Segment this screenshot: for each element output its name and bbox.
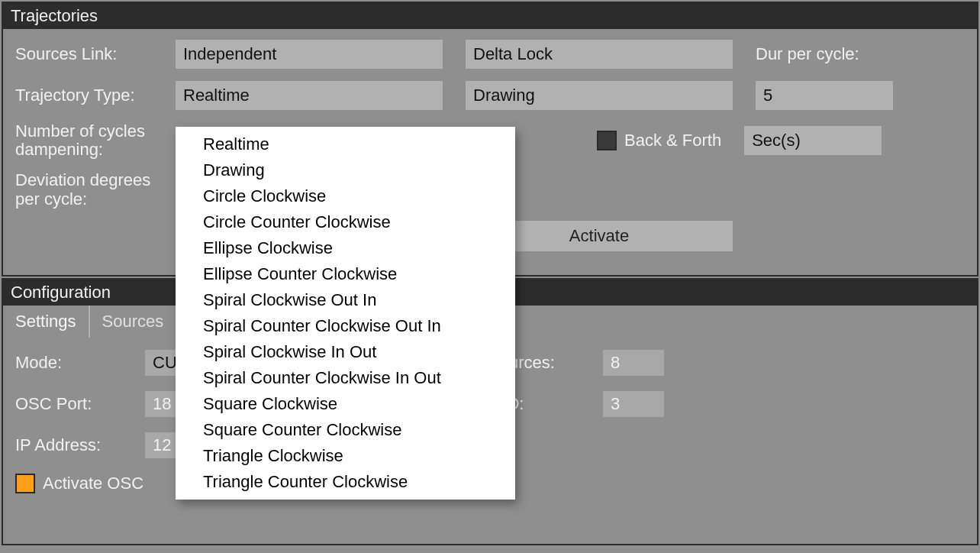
mode-label: Mode:: [15, 353, 145, 373]
trajectory-type-label: Trajectory Type:: [15, 86, 176, 105]
back-forth-checkbox[interactable]: [597, 131, 617, 150]
trajectory-type-select-2[interactable]: Drawing: [466, 81, 733, 110]
deviation-label: Deviation degrees per cycle:: [15, 171, 176, 208]
trajectory-type-option[interactable]: Spiral Counter Clockwise In Out: [176, 365, 515, 391]
sources-link-row: Sources Link: Independent Delta Lock Dur…: [15, 40, 965, 69]
trajectories-title: Trajectories: [3, 3, 977, 29]
back-forth-label: Back & Forth: [624, 131, 721, 150]
trajectory-type-option[interactable]: Circle Clockwise: [176, 183, 515, 209]
trajectory-type-select-1[interactable]: Realtime: [176, 81, 443, 110]
trajectory-type-row: Trajectory Type: Realtime Drawing 5: [15, 81, 965, 110]
tab-sources[interactable]: Sources: [90, 306, 178, 338]
trajectory-type-option[interactable]: Spiral Clockwise In Out: [176, 339, 515, 365]
trajectory-type-option[interactable]: Realtime: [176, 131, 515, 157]
trajectory-type-option[interactable]: Triangle Counter Clockwise: [176, 469, 515, 495]
trajectory-type-dropdown[interactable]: RealtimeDrawingCircle ClockwiseCircle Co…: [176, 127, 515, 500]
back-forth-checkbox-wrap[interactable]: Back & Forth: [597, 131, 721, 150]
sources-link-select-2[interactable]: Delta Lock: [466, 40, 733, 69]
cycles-label: Number of cycles dampening:: [15, 122, 176, 159]
dur-per-cycle-input[interactable]: 5: [756, 81, 893, 110]
sources-link-label: Sources Link:: [15, 45, 176, 63]
trajectory-type-option[interactable]: Ellipse Counter Clockwise: [176, 261, 515, 287]
tab-settings[interactable]: Settings: [3, 306, 90, 338]
trajectory-type-option[interactable]: Square Counter Clockwise: [176, 417, 515, 443]
trajectory-type-option[interactable]: Circle Counter Clockwise: [176, 209, 515, 235]
ip-label: IP Address:: [15, 435, 145, 455]
trajectory-type-option[interactable]: Spiral Counter Clockwise Out In: [176, 313, 515, 339]
dur-unit-select[interactable]: Sec(s): [744, 126, 882, 155]
osc-port-label: OSC Port:: [15, 394, 145, 414]
trajectory-type-option[interactable]: Square Clockwise: [176, 391, 515, 417]
dur-per-cycle-label: Dur per cycle:: [756, 44, 859, 64]
trajectory-type-option[interactable]: Drawing: [176, 157, 515, 183]
id-input[interactable]: 3: [603, 391, 664, 417]
sources-count-input[interactable]: 8: [603, 350, 664, 376]
activate-osc-checkbox[interactable]: [15, 474, 35, 493]
sources-link-select-1[interactable]: Independent: [176, 40, 443, 69]
trajectory-type-option[interactable]: Spiral Clockwise Out In: [176, 287, 515, 313]
trajectory-type-option[interactable]: Ellipse Clockwise: [176, 235, 515, 261]
trajectory-type-option[interactable]: Triangle Clockwise: [176, 443, 515, 469]
activate-osc-label: Activate OSC: [43, 474, 143, 493]
